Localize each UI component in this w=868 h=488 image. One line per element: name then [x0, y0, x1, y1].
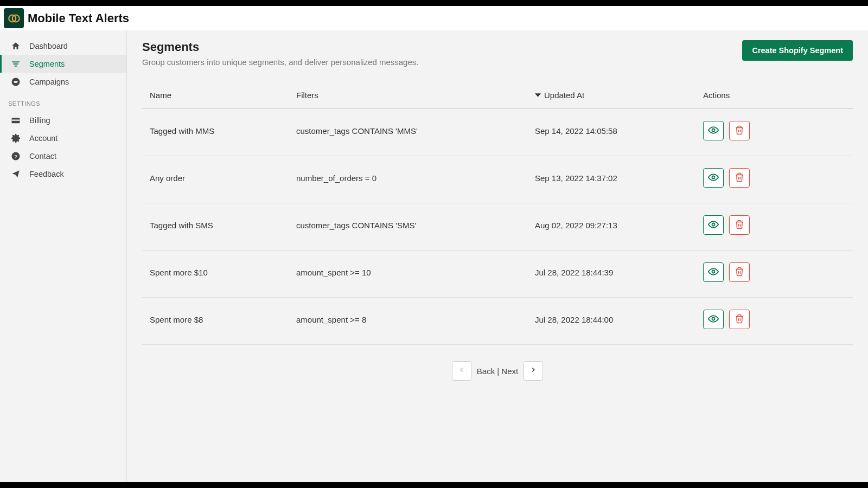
cell-filters: amount_spent >= 8 [289, 298, 527, 345]
chevron-right-icon [529, 366, 537, 376]
cell-filters: amount_spent >= 10 [289, 251, 527, 298]
account-icon [10, 132, 22, 144]
cell-updated: Sep 14, 2022 14:05:58 [527, 109, 695, 156]
create-segment-button[interactable]: Create Shopify Segment [742, 40, 853, 61]
svg-point-15 [712, 270, 715, 273]
cell-actions [695, 156, 853, 203]
cell-updated: Sep 13, 2022 14:37:02 [527, 156, 695, 203]
svg-text:?: ? [14, 153, 17, 159]
letterbox-bottom [0, 482, 868, 488]
table-header-filters[interactable]: Filters [289, 82, 527, 109]
svg-point-14 [712, 223, 715, 226]
view-button[interactable] [703, 168, 724, 188]
sidebar: Dashboard Segments Campaigns SETTINGS Bi… [0, 30, 127, 482]
svg-point-16 [712, 317, 715, 320]
caret-down-icon [535, 92, 541, 98]
eye-icon [708, 313, 719, 326]
cell-updated: Aug 02, 2022 09:27:13 [527, 203, 695, 251]
sidebar-item-feedback[interactable]: Feedback [0, 165, 126, 183]
delete-button[interactable] [729, 262, 750, 282]
svg-point-6 [14, 81, 18, 83]
view-button[interactable] [703, 215, 724, 235]
sidebar-item-campaigns[interactable]: Campaigns [0, 73, 126, 91]
pagination: Back | Next [142, 361, 853, 381]
sidebar-item-label: Account [29, 134, 58, 143]
sidebar-item-label: Billing [29, 116, 50, 125]
eye-icon [708, 219, 719, 232]
trash-icon [735, 220, 744, 231]
eye-icon [708, 266, 719, 279]
view-button[interactable] [703, 121, 724, 140]
eye-icon [708, 172, 719, 184]
delete-button[interactable] [729, 215, 750, 235]
delete-button[interactable] [729, 168, 750, 188]
trash-icon [735, 314, 744, 325]
page-title: Segments [142, 40, 418, 54]
home-icon [10, 40, 22, 52]
trash-icon [735, 267, 744, 278]
sidebar-item-contact[interactable]: ? Contact [0, 147, 126, 165]
cell-name: Spent more $10 [142, 251, 289, 298]
main-content: Segments Group customers into unique seg… [127, 30, 868, 482]
table-header-updated-label: Updated At [544, 91, 584, 100]
billing-icon [10, 114, 22, 126]
cell-actions [695, 298, 853, 345]
sidebar-item-account[interactable]: Account [0, 129, 126, 147]
pagination-label: Back | Next [477, 367, 518, 376]
svg-point-12 [712, 129, 715, 131]
feedback-icon [10, 168, 22, 180]
cell-name: Any order [142, 156, 289, 203]
view-button[interactable] [703, 262, 724, 282]
table-row: Tagged with SMS customer_tags CONTAINS '… [142, 203, 853, 251]
table-header-name[interactable]: Name [142, 82, 289, 109]
sidebar-item-label: Campaigns [29, 78, 69, 86]
sidebar-item-label: Dashboard [29, 42, 68, 50]
cell-filters: customer_tags CONTAINS 'SMS' [289, 203, 527, 251]
pagination-back-button[interactable] [452, 361, 471, 381]
cell-updated: Jul 28, 2022 18:44:00 [527, 298, 695, 345]
eye-icon [708, 125, 719, 137]
page-header: Segments Group customers into unique seg… [142, 40, 853, 67]
brand-name: Mobile Text Alerts [28, 11, 129, 25]
table-header-updated[interactable]: Updated At [527, 82, 695, 109]
sidebar-item-label: Contact [29, 152, 56, 160]
pagination-next-button[interactable] [524, 361, 543, 381]
sidebar-section-settings: SETTINGS [0, 91, 126, 111]
table-row: Spent more $8 amount_spent >= 8 Jul 28, … [142, 298, 853, 345]
segments-icon [10, 58, 22, 70]
chevron-left-icon [458, 366, 465, 376]
trash-icon [735, 172, 744, 184]
cell-actions [695, 109, 853, 156]
cell-filters: number_of_orders = 0 [289, 156, 527, 203]
table-header-actions: Actions [695, 82, 853, 109]
cell-name: Tagged with SMS [142, 203, 289, 251]
delete-button[interactable] [729, 310, 750, 329]
trash-icon [735, 125, 744, 137]
table-row: Any order number_of_orders = 0 Sep 13, 2… [142, 156, 853, 203]
cell-actions [695, 251, 853, 298]
sidebar-item-label: Segments [29, 60, 65, 68]
brand-logo [4, 8, 24, 28]
cell-filters: customer_tags CONTAINS 'MMS' [289, 109, 527, 156]
sidebar-item-billing[interactable]: Billing [0, 111, 126, 129]
cell-updated: Jul 28, 2022 18:44:39 [527, 251, 695, 298]
table-row: Tagged with MMS customer_tags CONTAINS '… [142, 109, 853, 156]
svg-rect-8 [12, 119, 20, 120]
top-bar: Mobile Text Alerts [0, 6, 868, 30]
sidebar-item-segments[interactable]: Segments [0, 55, 126, 73]
table-row: Spent more $10 amount_spent >= 10 Jul 28… [142, 251, 853, 298]
view-button[interactable] [703, 310, 724, 329]
campaigns-icon [10, 76, 22, 88]
cell-name: Spent more $8 [142, 298, 289, 345]
letterbox-top [0, 0, 868, 6]
cell-name: Tagged with MMS [142, 109, 289, 156]
sidebar-item-dashboard[interactable]: Dashboard [0, 37, 126, 55]
svg-point-13 [712, 176, 715, 178]
segments-table: Name Filters Updated At Actions Tagged w… [142, 82, 853, 345]
contact-icon: ? [10, 150, 22, 162]
page-subtitle: Group customers into unique segments, an… [142, 57, 418, 67]
cell-actions [695, 203, 853, 251]
delete-button[interactable] [729, 121, 750, 140]
sidebar-item-label: Feedback [29, 170, 64, 178]
